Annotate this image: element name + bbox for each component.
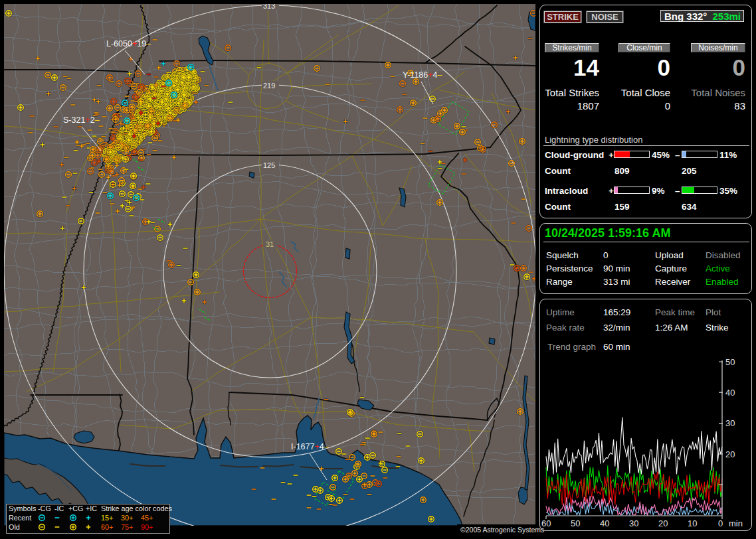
svg-text:L-6050+19–: L-6050+19–	[106, 39, 151, 48]
svg-text:15+: 15+	[101, 514, 113, 522]
svg-text:60+: 60+	[101, 523, 113, 531]
svg-text:313: 313	[263, 2, 275, 10]
svg-text:S-321+2–: S-321+2–	[63, 116, 100, 125]
svg-text:+CG: +CG	[68, 504, 84, 512]
svg-text:Y-1186+4–: Y-1186+4–	[403, 70, 442, 80]
svg-text:31: 31	[266, 240, 274, 248]
svg-text:+IC: +IC	[86, 504, 97, 512]
svg-text:Recent: Recent	[9, 514, 31, 522]
svg-text:45+: 45+	[141, 514, 153, 522]
svg-text:30+: 30+	[121, 514, 133, 522]
svg-text:-IC: -IC	[54, 504, 64, 512]
svg-text:I-1677+4–: I-1677+4–	[291, 442, 329, 451]
svg-text:-CG: -CG	[38, 504, 51, 512]
svg-text:125: 125	[263, 161, 275, 169]
svg-text:75+: 75+	[121, 523, 133, 531]
svg-text:©2005 Astrogenic Systems: ©2005 Astrogenic Systems	[460, 526, 544, 534]
svg-text:Symbols: Symbols	[9, 504, 37, 512]
svg-text:90+: 90+	[141, 523, 153, 531]
svg-text:219: 219	[263, 82, 275, 90]
svg-text:Strike age color codes: Strike age color codes	[101, 504, 172, 512]
svg-text:Old: Old	[9, 523, 20, 531]
